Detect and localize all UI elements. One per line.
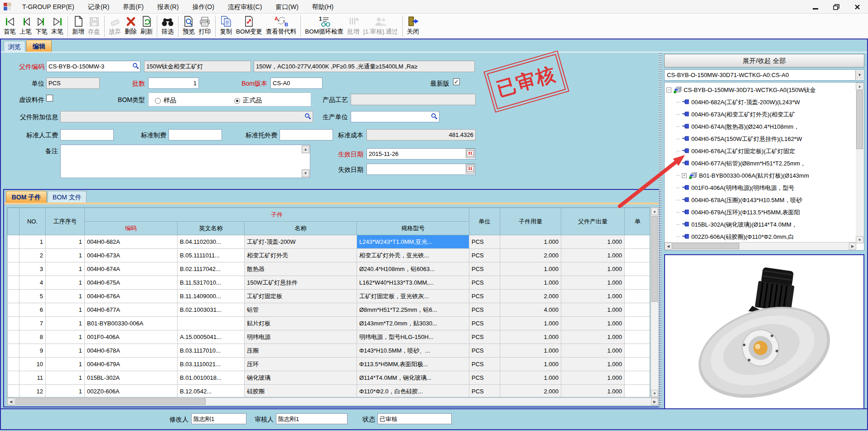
cell-en[interactable]: B.05.1111011...: [178, 249, 245, 262]
virtual-checkbox[interactable]: [46, 95, 53, 102]
cell-pqty[interactable]: 1.000: [561, 276, 625, 290]
table-row[interactable]: 71B01-BYB00330-006A贴片灯板Ø143mm*T2.0mm，贴30…: [8, 317, 651, 330]
cell-qty[interactable]: 2.000: [500, 249, 561, 262]
expire-calendar-icon[interactable]: 31: [466, 164, 475, 174]
cell-pqty[interactable]: 1.000: [561, 330, 625, 344]
col-spec[interactable]: 规格型号: [357, 222, 469, 235]
cell-rowsel[interactable]: [8, 317, 19, 330]
toolbar-view-substitute-button[interactable]: AB查看替代料: [264, 15, 299, 36]
std-labor-input[interactable]: [60, 129, 114, 140]
cell-seq[interactable]: 1: [46, 358, 85, 371]
cell-extra[interactable]: [625, 385, 651, 398]
table-row[interactable]: 101004H0-679AB.03.1110021...压环Φ113.5*H5M…: [8, 358, 651, 371]
cell-name[interactable]: 散热器: [245, 262, 357, 276]
tree-item[interactable]: 004H0-676A(工矿灯固定板)(工矿灯固定: [676, 145, 856, 157]
tab-browse[interactable]: 浏览: [4, 41, 25, 52]
cell-pqty[interactable]: 1.000: [561, 235, 625, 249]
prod-unit-lookup-icon[interactable]: [430, 112, 438, 121]
cell-pqty[interactable]: 1.000: [561, 290, 625, 303]
batch-input[interactable]: 1: [148, 77, 199, 89]
cell-name[interactable]: 钢化玻璃: [245, 371, 357, 385]
toolbar-bom-loop-check-button[interactable]: 1BOM循环检查: [303, 15, 345, 36]
cell-extra[interactable]: [625, 262, 651, 276]
expire-date-input[interactable]: [366, 164, 476, 175]
table-row[interactable]: 61004H0-677AB.02.1003031...铝管Ø8mm*H51*T2…: [8, 303, 651, 317]
scroll-right-icon[interactable]: ▶: [849, 242, 856, 250]
cell-pqty[interactable]: 1.000: [561, 344, 625, 358]
cell-pqty[interactable]: 1.000: [561, 317, 625, 330]
col-unit[interactable]: 单位: [469, 208, 500, 235]
table-row[interactable]: 41004H0-675AB.11.5317010...150W工矿灯悬挂件L16…: [8, 276, 651, 290]
cell-seq[interactable]: 1: [46, 276, 85, 290]
cell-code[interactable]: 004H0-678A: [85, 344, 178, 358]
tree-vscrollbar[interactable]: ▲ ▼: [856, 82, 864, 243]
cell-spec[interactable]: Ø8mm*H51*T2.25mm，铝6...: [357, 303, 469, 317]
cell-en[interactable]: B.01.0010018...: [178, 371, 245, 385]
col-seq[interactable]: 工序序号: [46, 208, 85, 235]
effective-calendar-icon[interactable]: 31: [466, 149, 475, 158]
cell-en[interactable]: B.12.0542...: [178, 385, 245, 398]
tree-item[interactable]: +B01-BYB00330-006A(贴片灯板)(Ø143mm: [676, 169, 856, 182]
toolbar-close-button[interactable]: 关闭: [405, 15, 421, 36]
col-extra[interactable]: 单: [625, 208, 651, 235]
tree-item[interactable]: 004H0-682A(工矿灯-顶盖-200W)(L243*W: [676, 96, 856, 108]
col-rowsel[interactable]: [8, 208, 19, 235]
cell-qty[interactable]: 1.000: [500, 235, 561, 249]
cell-extra[interactable]: [625, 290, 651, 303]
cell-extra[interactable]: [625, 235, 651, 249]
col-en[interactable]: 英文名称: [178, 222, 245, 235]
cell-code[interactable]: 002Z0-606A: [85, 385, 178, 398]
scroll-left-icon[interactable]: ◀: [7, 398, 14, 405]
cell-no[interactable]: 2: [19, 249, 46, 262]
cell-seq[interactable]: 1: [46, 344, 85, 358]
cell-code[interactable]: 004H0-677A: [85, 303, 178, 317]
cell-unit[interactable]: PCS: [469, 317, 500, 330]
cell-extra[interactable]: [625, 249, 651, 262]
table-hscroll-thumb[interactable]: [15, 398, 206, 405]
cell-en[interactable]: B.02.1003031...: [178, 303, 245, 317]
toolbar-print-button[interactable]: 打印: [197, 15, 213, 36]
tab-edit[interactable]: 编辑: [26, 40, 52, 52]
scroll-down-icon[interactable]: ▼: [856, 236, 863, 243]
cell-no[interactable]: 4: [19, 276, 46, 290]
cell-pqty[interactable]: 1.000: [561, 358, 625, 371]
cell-name[interactable]: 压圈: [245, 344, 357, 358]
cell-unit[interactable]: PCS: [469, 290, 500, 303]
cell-no[interactable]: 1: [19, 235, 46, 249]
cell-qty[interactable]: 2.000: [500, 385, 561, 398]
menu-workflow[interactable]: 流程审核(C): [221, 0, 269, 14]
menu-window[interactable]: 窗口(W): [269, 0, 305, 14]
cell-qty[interactable]: 1.000: [500, 262, 561, 276]
cell-code[interactable]: 004H0-675A: [85, 276, 178, 290]
cell-extra[interactable]: [625, 317, 651, 330]
cell-en[interactable]: B.11.1409000...: [178, 290, 245, 303]
toolbar-copy-button[interactable]: 复制: [218, 15, 234, 36]
toolbar-delete-button[interactable]: 删除: [123, 15, 139, 36]
cell-qty[interactable]: 1.000: [500, 330, 561, 344]
cell-rowsel[interactable]: [8, 303, 19, 317]
cell-extra[interactable]: [625, 371, 651, 385]
cell-rowsel[interactable]: [8, 290, 19, 303]
cell-qty[interactable]: 1.000: [500, 317, 561, 330]
cell-pqty[interactable]: 1.000: [561, 262, 625, 276]
toolbar-first-button[interactable]: 首笔: [2, 15, 18, 36]
remark-scroll-up-icon[interactable]: ▲: [302, 145, 309, 153]
cell-seq[interactable]: 1: [46, 317, 85, 330]
tab-bom-children[interactable]: BOM 子件: [6, 191, 47, 203]
cell-unit[interactable]: PCS: [469, 385, 500, 398]
cell-spec[interactable]: 明纬电源，型号HLG-150H...: [357, 330, 469, 344]
table-vscrollbar[interactable]: ▲ ▼: [651, 207, 659, 397]
cell-rowsel[interactable]: [8, 249, 19, 262]
tab-bom-files[interactable]: BOM 文件: [48, 191, 87, 203]
cell-rowsel[interactable]: [8, 371, 19, 385]
cell-pqty[interactable]: 1.000: [561, 385, 625, 398]
table-hscrollbar[interactable]: ◀ ▶: [7, 397, 659, 406]
effective-date-input[interactable]: 2015-11-26: [366, 148, 476, 160]
dropdown-arrow-icon[interactable]: ▼: [855, 70, 863, 80]
tree-item[interactable]: 004H0-674A(散热器)(Ø240.4*H108mm，: [676, 121, 856, 133]
expand-collapse-all-button[interactable]: 展开/收起 全部: [664, 54, 864, 68]
parent-code-input[interactable]: CS-BYB-O-150MW-3: [46, 61, 140, 72]
cell-no[interactable]: 7: [19, 317, 46, 330]
toolbar-prev-button[interactable]: 上笔: [18, 15, 34, 36]
cell-name[interactable]: 硅胶圈: [245, 385, 357, 398]
